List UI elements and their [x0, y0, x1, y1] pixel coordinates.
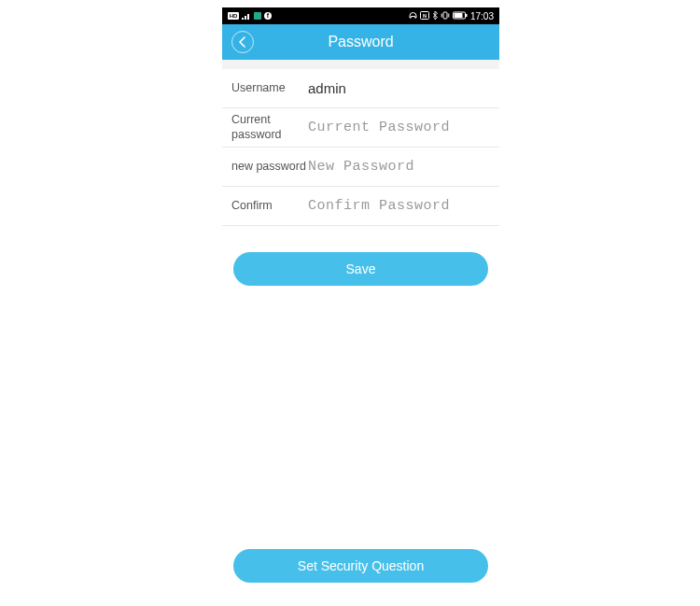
new-password-row: new password — [222, 148, 499, 187]
current-password-label: Current password — [231, 113, 308, 142]
confirm-password-input[interactable] — [308, 198, 490, 214]
username-label: Username — [231, 81, 308, 96]
current-password-input[interactable] — [308, 120, 490, 135]
content-spacer — [222, 286, 499, 549]
new-password-label: new password — [231, 160, 308, 175]
status-right: N 17:03 — [409, 11, 494, 21]
confirm-password-label: Confirm — [231, 199, 308, 214]
confirm-password-row: Confirm — [222, 187, 499, 226]
nfc-icon: N — [420, 11, 429, 21]
status-left: HD f — [228, 11, 272, 21]
svg-rect-3 — [245, 16, 246, 20]
svg-rect-2 — [242, 18, 244, 20]
battery-icon — [453, 11, 468, 21]
svg-rect-14 — [466, 14, 468, 17]
header-divider — [222, 60, 499, 69]
svg-rect-10 — [443, 12, 447, 19]
app-icon — [254, 11, 261, 21]
headphone-icon — [409, 11, 417, 21]
svg-rect-15 — [454, 13, 462, 18]
username-row: Username admin — [222, 69, 499, 108]
chevron-left-icon — [238, 36, 247, 48]
android-status-bar: HD f N — [222, 7, 499, 24]
svg-text:HD: HD — [230, 13, 238, 19]
set-security-question-button[interactable]: Set Security Question — [233, 549, 488, 583]
username-value: admin — [308, 80, 346, 96]
new-password-input[interactable] — [308, 159, 490, 175]
signal-icon — [242, 11, 251, 21]
svg-text:N: N — [423, 12, 427, 18]
svg-rect-4 — [247, 14, 249, 20]
facebook-icon: f — [264, 11, 272, 21]
bluetooth-icon — [432, 11, 438, 21]
vibrate-icon — [441, 11, 450, 21]
svg-rect-5 — [254, 12, 261, 20]
phone-frame: HD f N — [222, 7, 499, 596]
app-header: Password — [222, 24, 499, 60]
current-password-row: Current password — [222, 108, 499, 148]
save-button[interactable]: Save — [233, 252, 488, 286]
status-time: 17:03 — [470, 11, 494, 21]
page-title: Password — [222, 34, 499, 50]
hd-icon: HD — [228, 11, 239, 21]
back-button[interactable] — [231, 31, 254, 53]
